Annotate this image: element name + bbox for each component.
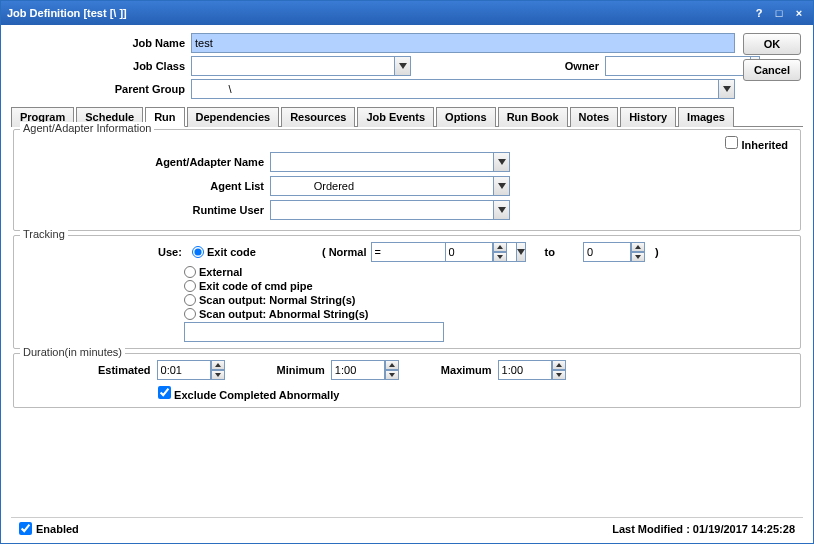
estimated-label: Estimated (98, 364, 151, 376)
radio-exit-code[interactable] (192, 246, 204, 258)
tracking-fieldset: Tracking Use: Exit code ( Normal (13, 235, 801, 349)
use-label: Use: (158, 246, 184, 258)
runtime-user-label: Runtime User (18, 204, 270, 216)
exclude-row: Exclude Completed Abnormally (18, 386, 796, 401)
job-name-label: Job Name (11, 37, 191, 49)
agent-name-dropdown-icon[interactable] (494, 152, 510, 172)
min-up-icon[interactable] (385, 360, 399, 370)
duration-fieldset: Duration(in minutes) Estimated Minimum (13, 353, 801, 408)
inherited-checkbox[interactable] (725, 136, 738, 149)
normal-label: ( Normal (322, 246, 367, 258)
parent-group-label: Parent Group (11, 83, 191, 95)
radio-scan-normal[interactable] (184, 294, 196, 306)
run-tab-panel: Agent/Adapter Information Inherited Agen… (11, 127, 803, 517)
tab-dependencies[interactable]: Dependencies (187, 107, 280, 127)
ok-button[interactable]: OK (743, 33, 801, 55)
from-up-icon[interactable] (493, 242, 507, 252)
agent-list-input[interactable] (270, 176, 494, 196)
maximum-input[interactable] (498, 360, 552, 380)
owner-input[interactable] (605, 56, 751, 76)
radio-external[interactable] (184, 266, 196, 278)
job-class-dropdown-icon[interactable] (395, 56, 411, 76)
normal-close: ) (649, 246, 659, 258)
enabled-checkbox[interactable] (19, 522, 32, 535)
owner-label: Owner (559, 60, 605, 72)
tab-options[interactable]: Options (436, 107, 496, 127)
from-down-icon[interactable] (493, 252, 507, 262)
to-up-icon[interactable] (631, 242, 645, 252)
inherited-check[interactable]: Inherited (725, 136, 788, 151)
job-name-input[interactable] (191, 33, 735, 53)
tab-images[interactable]: Images (678, 107, 734, 127)
tab-history[interactable]: History (620, 107, 676, 127)
parent-group-input[interactable] (191, 79, 719, 99)
window-title: Job Definition [test [\ ]] (7, 7, 747, 19)
parent-group-dropdown-icon[interactable] (719, 79, 735, 99)
to-label: to (545, 246, 555, 258)
agent-fieldset: Agent/Adapter Information Inherited Agen… (13, 129, 801, 231)
maximum-label: Maximum (441, 364, 492, 376)
normal-op-dropdown-icon[interactable] (517, 242, 526, 262)
normal-to-input[interactable] (583, 242, 631, 262)
max-down-icon[interactable] (552, 370, 566, 380)
tab-resources[interactable]: Resources (281, 107, 355, 127)
footer: Enabled Last Modified : 01/19/2017 14:25… (11, 517, 803, 539)
maximize-icon[interactable]: □ (771, 5, 787, 21)
tab-job-events[interactable]: Job Events (357, 107, 434, 127)
agent-name-input[interactable] (270, 152, 494, 172)
titlebar: Job Definition [test [\ ]] ? □ × (1, 1, 813, 25)
agent-list-dropdown-icon[interactable] (494, 176, 510, 196)
est-up-icon[interactable] (211, 360, 225, 370)
last-modified-label: Last Modified : 01/19/2017 14:25:28 (612, 523, 795, 535)
enabled-label: Enabled (36, 523, 79, 535)
runtime-user-dropdown-icon[interactable] (494, 200, 510, 220)
agent-name-label: Agent/Adapter Name (18, 156, 270, 168)
duration-legend: Duration(in minutes) (20, 346, 125, 358)
radio-exit-cmd[interactable] (184, 280, 196, 292)
radio-scan-abnormal[interactable] (184, 308, 196, 320)
job-class-input[interactable] (191, 56, 395, 76)
exclude-checkbox[interactable] (158, 386, 171, 399)
tab-run-book[interactable]: Run Book (498, 107, 568, 127)
tab-notes[interactable]: Notes (570, 107, 619, 127)
job-class-label: Job Class (11, 60, 191, 72)
runtime-user-input[interactable] (270, 200, 494, 220)
to-down-icon[interactable] (631, 252, 645, 262)
est-down-icon[interactable] (211, 370, 225, 380)
job-definition-window: Job Definition [test [\ ]] ? □ × Job Nam… (0, 0, 814, 544)
max-up-icon[interactable] (552, 360, 566, 370)
agent-legend: Agent/Adapter Information (20, 122, 154, 134)
normal-from-input[interactable] (445, 242, 493, 262)
agent-list-label: Agent List (18, 180, 270, 192)
cancel-button[interactable]: Cancel (743, 59, 801, 81)
estimated-input[interactable] (157, 360, 211, 380)
scan-output-input[interactable] (184, 322, 444, 342)
tracking-legend: Tracking (20, 228, 68, 240)
minimum-input[interactable] (331, 360, 385, 380)
help-icon[interactable]: ? (751, 5, 767, 21)
min-down-icon[interactable] (385, 370, 399, 380)
minimum-label: Minimum (277, 364, 325, 376)
close-icon[interactable]: × (791, 5, 807, 21)
